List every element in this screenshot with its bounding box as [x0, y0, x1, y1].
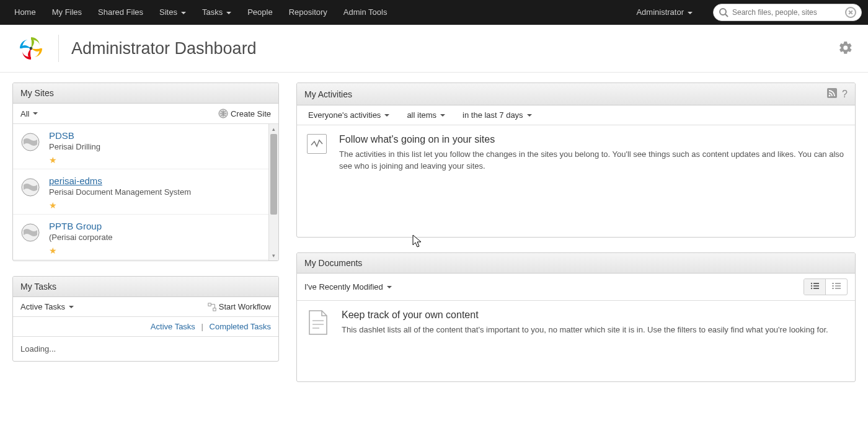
svg-rect-7	[208, 303, 211, 305]
site-list-item[interactable]: perisai-edms Perisai Document Management…	[13, 169, 278, 215]
svg-rect-12	[813, 283, 819, 284]
help-icon[interactable]: ?	[842, 89, 848, 100]
site-name-link[interactable]: PDSB	[49, 130, 271, 141]
start-workflow-button[interactable]: Start Workflow	[208, 302, 271, 311]
svg-line-1	[725, 14, 728, 17]
scroll-up-icon[interactable]: ▴	[269, 124, 278, 134]
site-name-link[interactable]: PPTB Group	[49, 221, 271, 231]
nav-user-menu[interactable]: Administrator	[628, 0, 701, 25]
svg-rect-14	[813, 285, 819, 287]
list-view-button[interactable]	[804, 279, 826, 295]
svg-rect-20	[835, 285, 841, 287]
document-icon	[307, 309, 329, 336]
svg-rect-16	[813, 288, 819, 289]
svg-rect-19	[832, 285, 834, 287]
sites-filter-dropdown[interactable]: All	[20, 109, 38, 118]
nav-my-files[interactable]: My Files	[44, 0, 90, 25]
activities-empty-text: The activities in this list let you foll…	[339, 149, 845, 172]
chevron-down-icon	[181, 12, 186, 14]
favorite-icon[interactable]: ★	[49, 155, 271, 165]
svg-point-15	[811, 288, 812, 289]
clear-search-icon[interactable]	[845, 7, 856, 18]
chevron-down-icon	[440, 114, 445, 117]
globe-icon	[20, 223, 40, 243]
search-icon	[719, 7, 728, 17]
svg-point-13	[811, 285, 812, 287]
my-sites-dashlet: My Sites All Create Site PDSB Perisai Dr…	[12, 82, 279, 261]
svg-rect-21	[832, 288, 834, 289]
page-title: Administrator Dashboard	[71, 39, 257, 58]
chevron-down-icon	[226, 12, 231, 14]
documents-empty-title: Keep track of your own content	[342, 309, 828, 321]
top-nav: Home My Files Shared Files Sites Tasks P…	[0, 0, 868, 25]
nav-shared-files[interactable]: Shared Files	[90, 0, 151, 25]
active-tasks-link[interactable]: Active Tasks	[151, 322, 195, 331]
nav-tasks[interactable]: Tasks	[194, 0, 239, 25]
tasks-filter-dropdown[interactable]: Active Tasks	[20, 302, 74, 311]
rss-icon[interactable]	[827, 88, 837, 100]
nav-repository[interactable]: Repository	[281, 0, 335, 25]
svg-rect-9	[827, 88, 837, 98]
chevron-down-icon	[688, 12, 693, 14]
documents-empty-text: This dashlet lists all of the content th…	[342, 324, 828, 336]
scrollbar[interactable]: ▴ ▾	[268, 124, 278, 260]
completed-tasks-link[interactable]: Completed Tasks	[210, 322, 271, 331]
create-site-button[interactable]: Create Site	[218, 109, 271, 118]
svg-point-11	[811, 283, 812, 284]
search-input[interactable]	[728, 8, 845, 17]
settings-button[interactable]	[838, 40, 853, 57]
chevron-down-icon	[69, 306, 74, 308]
nav-sites[interactable]: Sites	[151, 0, 194, 25]
favorite-icon[interactable]: ★	[49, 200, 271, 210]
page-header: Administrator Dashboard	[0, 25, 868, 73]
my-activities-dashlet: My Activities ? Everyone's activities al…	[296, 82, 856, 238]
workflow-icon	[208, 303, 216, 311]
activities-empty-title: Follow what's going on in your sites	[339, 134, 845, 145]
dashlet-title: My Tasks	[13, 277, 278, 297]
documents-filter-dropdown[interactable]: I've Recently Modified	[304, 282, 392, 292]
svg-rect-18	[835, 283, 841, 284]
nav-home[interactable]: Home	[6, 0, 44, 25]
globe-icon	[20, 132, 40, 152]
logo-icon	[19, 36, 43, 61]
site-icon	[218, 109, 228, 118]
chevron-down-icon	[527, 114, 532, 117]
search-box	[713, 4, 862, 21]
dashlet-title: My Activities	[304, 89, 352, 99]
svg-rect-22	[835, 288, 841, 289]
site-list-item[interactable]: PPTB Group (Perisai corporate ★	[13, 215, 278, 260]
chevron-down-icon	[33, 112, 38, 115]
site-description: Perisai Drilling	[49, 142, 271, 151]
activities-date-filter[interactable]: in the last 7 days	[463, 110, 532, 120]
svg-point-10	[829, 95, 831, 97]
activity-icon	[307, 134, 327, 154]
detail-view-button[interactable]	[826, 279, 847, 295]
scroll-thumb[interactable]	[270, 134, 277, 215]
gear-icon	[838, 40, 853, 55]
svg-rect-8	[213, 308, 215, 310]
svg-rect-17	[832, 283, 834, 284]
chevron-down-icon	[384, 114, 389, 117]
view-toggle	[804, 278, 848, 295]
chevron-down-icon	[387, 286, 392, 288]
detail-icon	[832, 282, 841, 290]
site-list-item[interactable]: PDSB Perisai Drilling ★	[13, 124, 278, 169]
dashlet-title: My Documents	[297, 253, 855, 274]
nav-people[interactable]: People	[239, 0, 280, 25]
loading-text: Loading...	[13, 337, 278, 361]
dashlet-title: My Sites	[13, 83, 278, 104]
my-tasks-dashlet: My Tasks Active Tasks Start Workflow Act…	[12, 276, 279, 362]
site-description: Perisai Document Management System	[49, 187, 271, 197]
activities-type-filter[interactable]: all items	[407, 110, 445, 120]
nav-admin-tools[interactable]: Admin Tools	[335, 0, 396, 25]
activities-user-filter[interactable]: Everyone's activities	[308, 110, 389, 120]
favorite-icon[interactable]: ★	[49, 246, 271, 256]
my-documents-dashlet: My Documents I've Recently Modified	[296, 252, 856, 382]
scroll-down-icon[interactable]: ▾	[269, 251, 278, 260]
list-icon	[810, 282, 819, 290]
svg-point-0	[720, 9, 726, 15]
globe-icon	[20, 177, 40, 197]
site-name-link[interactable]: perisai-edms	[49, 176, 271, 186]
site-description: (Perisai corporate	[49, 233, 271, 242]
